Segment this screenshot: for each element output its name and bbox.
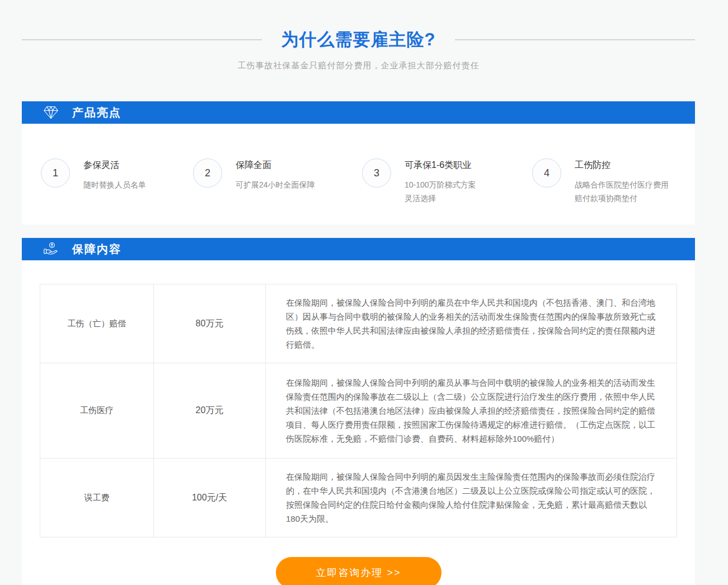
feature-description: 战略合作医院垫付医疗费用 赔付款项协商垫付 [575,178,669,205]
highlights-box: 1 参保灵活 随时替换人员名单 2 保障全面 可扩展24小时全面保障 3 可承保… [22,124,695,224]
coverage-amount: 100元/天 [154,458,266,537]
section-header: 为什么需要雇主险? 工伤事故社保基金只赔付部分费用，企业承担大部分赔付责任 [22,0,695,71]
feature-description: 10-100万阶梯式方案 灵活选择 [405,178,476,205]
table-row: 工伤（亡）赔偿 80万元 在保险期间，被保险人保险合同中列明的雇员在中华人民共和… [40,284,677,363]
highlights-banner: 产品亮点 [22,101,695,124]
feature-description: 随时替换人员名单 [83,178,146,191]
coverage-table: 工伤（亡）赔偿 80万元 在保险期间，被保险人保险合同中列明的雇员在中华人民共和… [40,284,677,537]
title-row: 为什么需要雇主险? [22,28,695,52]
feature-text: 保障全面 可扩展24小时全面保障 [236,158,315,191]
feature-item-2: 2 保障全面 可扩展24小时全面保障 [193,158,362,224]
hand-coin-icon [43,241,60,257]
feature-description: 可扩展24小时全面保障 [236,178,315,191]
section-gap [22,224,695,238]
feature-item-4: 4 工伤防控 战略合作医院垫付医疗费用 赔付款项协商垫付 [532,158,695,224]
feature-title: 保障全面 [236,160,315,171]
feature-text: 参保灵活 随时替换人员名单 [83,158,146,191]
page-title: 为什么需要雇主险? [281,28,436,52]
coverage-box: 工伤（亡）赔偿 80万元 在保险期间，被保险人保险合同中列明的雇员在中华人民共和… [22,260,695,585]
diamond-icon [43,105,60,120]
feature-item-1: 1 参保灵活 随时替换人员名单 [41,158,193,224]
feature-desc-line: 赔付款项协商垫付 [575,191,669,205]
coverage-item-name: 工伤医疗 [40,363,154,458]
feature-text: 工伤防控 战略合作医院垫付医疗费用 赔付款项协商垫付 [575,158,669,205]
feature-title: 参保灵活 [83,160,146,171]
feature-item-3: 3 可承保1-6类职业 10-100万阶梯式方案 灵活选择 [362,158,532,224]
coverage-amount: 80万元 [154,284,266,363]
feature-desc-line: 灵活选择 [405,191,476,205]
table-row: 工伤医疗 20万元 在保险期间，被保险人保险合同中列明的雇员从事与合同中载明的被… [40,363,677,458]
highlights-banner-label: 产品亮点 [72,105,121,120]
feature-number-badge: 3 [362,158,391,188]
coverage-description: 在保险期间，被保险人保险合同中列明的雇员因发生主险保险责任范围内的保险事故而必须… [266,458,677,537]
coverage-item-name: 工伤（亡）赔偿 [40,284,154,363]
coverage-amount: 20万元 [154,363,266,458]
page-subtitle: 工伤事故社保基金只赔付部分费用，企业承担大部分赔付责任 [22,60,695,71]
table-row: 误工费 100元/天 在保险期间，被保险人保险合同中列明的雇员因发生主险保险责任… [40,458,677,537]
feature-title: 可承保1-6类职业 [405,160,476,171]
feature-desc-line: 10-100万阶梯式方案 [405,178,476,191]
page-content: 为什么需要雇主险? 工伤事故社保基金只赔付部分费用，企业承担大部分赔付责任 产品… [22,0,695,585]
coverage-item-name: 误工费 [40,458,154,537]
feature-desc-line: 可扩展24小时全面保障 [236,178,315,191]
feature-number-badge: 4 [532,158,561,188]
feature-text: 可承保1-6类职业 10-100万阶梯式方案 灵活选择 [405,158,476,205]
coverage-banner: 保障内容 [22,238,695,260]
coverage-banner-label: 保障内容 [72,242,121,257]
coverage-description: 在保险期间，被保险人保险合同中列明的雇员从事与合同中载明的被保险人的业务相关的活… [266,363,677,458]
feature-number-badge: 2 [193,158,222,188]
title-decor-line-left [22,39,262,40]
coverage-description: 在保险期间，被保险人保险合同中列明的雇员在中华人民共和国境内（不包括香港、澳门、… [266,284,677,363]
feature-title: 工伤防控 [575,160,669,171]
feature-desc-line: 随时替换人员名单 [83,178,146,191]
feature-number-badge: 1 [41,158,70,188]
feature-desc-line: 战略合作医院垫付医疗费用 [575,178,669,191]
consult-now-button[interactable]: 立即咨询办理 >> [276,557,442,585]
title-decor-line-right [455,39,695,40]
